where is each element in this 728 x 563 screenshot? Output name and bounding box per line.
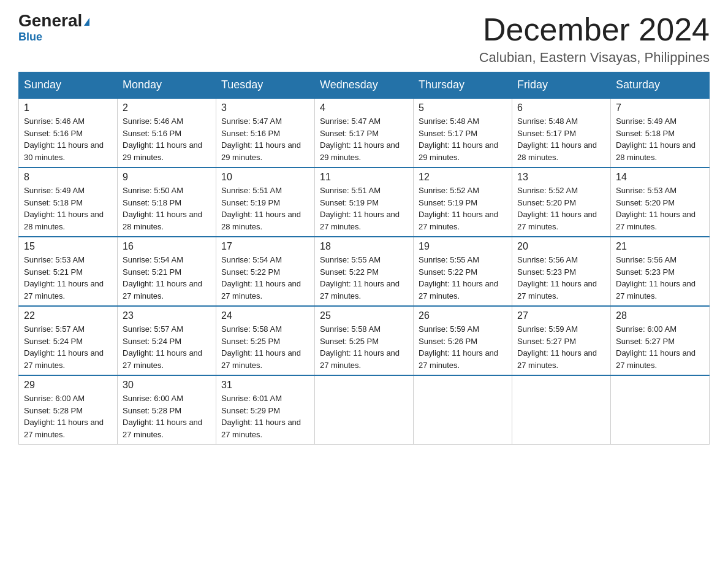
month-title: December 2024 [479,12,710,47]
day-number: 15 [24,241,112,252]
calendar-week-2: 8 Sunrise: 5:49 AM Sunset: 5:18 PM Dayli… [19,167,710,237]
day-number: 16 [123,241,211,252]
day-number: 7 [616,102,704,113]
day-info: Sunrise: 5:58 AM Sunset: 5:25 PM Dayligh… [221,323,309,371]
calendar-cell: 29 Sunrise: 6:00 AM Sunset: 5:28 PM Dayl… [19,375,118,445]
day-number: 30 [123,380,211,391]
day-info: Sunrise: 5:50 AM Sunset: 5:18 PM Dayligh… [123,185,211,232]
calendar-cell: 27 Sunrise: 5:59 AM Sunset: 5:27 PM Dayl… [512,306,611,375]
day-number: 2 [123,102,211,113]
day-info: Sunrise: 5:46 AM Sunset: 5:16 PM Dayligh… [123,115,211,163]
day-number: 3 [221,102,309,113]
day-info: Sunrise: 5:46 AM Sunset: 5:16 PM Dayligh… [24,115,112,163]
calendar-header-sunday: Sunday [19,72,118,99]
day-number: 5 [419,102,507,113]
day-number: 24 [221,310,309,321]
day-info: Sunrise: 5:52 AM Sunset: 5:19 PM Dayligh… [419,185,507,232]
day-info: Sunrise: 5:59 AM Sunset: 5:27 PM Dayligh… [517,323,605,371]
day-number: 19 [419,241,507,252]
day-info: Sunrise: 6:00 AM Sunset: 5:28 PM Dayligh… [24,393,112,440]
day-info: Sunrise: 5:59 AM Sunset: 5:26 PM Dayligh… [419,323,507,371]
calendar-cell: 6 Sunrise: 5:48 AM Sunset: 5:17 PM Dayli… [512,98,611,167]
day-number: 18 [320,241,408,252]
logo-general: General [18,11,82,30]
calendar-cell: 16 Sunrise: 5:54 AM Sunset: 5:21 PM Dayl… [118,237,216,306]
day-info: Sunrise: 5:55 AM Sunset: 5:22 PM Dayligh… [419,254,507,302]
calendar-week-4: 22 Sunrise: 5:57 AM Sunset: 5:24 PM Dayl… [19,306,710,375]
day-number: 22 [24,310,112,321]
calendar-cell: 30 Sunrise: 6:00 AM Sunset: 5:28 PM Dayl… [118,375,216,445]
day-info: Sunrise: 5:55 AM Sunset: 5:22 PM Dayligh… [320,254,408,302]
day-number: 10 [221,172,309,183]
calendar-cell: 19 Sunrise: 5:55 AM Sunset: 5:22 PM Dayl… [414,237,512,306]
calendar-cell: 4 Sunrise: 5:47 AM Sunset: 5:17 PM Dayli… [315,98,414,167]
title-area: December 2024 Calubian, Eastern Visayas,… [479,12,710,66]
calendar-cell: 2 Sunrise: 5:46 AM Sunset: 5:16 PM Dayli… [118,98,216,167]
calendar-header-thursday: Thursday [414,72,512,99]
day-info: Sunrise: 5:47 AM Sunset: 5:16 PM Dayligh… [221,115,309,163]
day-number: 25 [320,310,408,321]
day-info: Sunrise: 6:00 AM Sunset: 5:28 PM Dayligh… [123,393,211,440]
logo: General Blue [18,12,89,44]
day-info: Sunrise: 5:49 AM Sunset: 5:18 PM Dayligh… [24,185,112,232]
day-info: Sunrise: 5:53 AM Sunset: 5:21 PM Dayligh… [24,254,112,302]
logo-text: General [18,12,89,29]
calendar-cell: 8 Sunrise: 5:49 AM Sunset: 5:18 PM Dayli… [19,167,118,237]
calendar-cell [414,375,512,445]
page-header: General Blue December 2024 Calubian, Eas… [18,12,710,66]
calendar-cell: 9 Sunrise: 5:50 AM Sunset: 5:18 PM Dayli… [118,167,216,237]
day-number: 17 [221,241,309,252]
day-number: 8 [24,172,112,183]
calendar-cell: 31 Sunrise: 6:01 AM Sunset: 5:29 PM Dayl… [216,375,315,445]
day-info: Sunrise: 5:54 AM Sunset: 5:22 PM Dayligh… [221,254,309,302]
day-number: 14 [616,172,704,183]
day-number: 28 [616,310,704,321]
calendar-week-3: 15 Sunrise: 5:53 AM Sunset: 5:21 PM Dayl… [19,237,710,306]
day-number: 9 [123,172,211,183]
day-info: Sunrise: 5:57 AM Sunset: 5:24 PM Dayligh… [123,323,211,371]
calendar-cell: 3 Sunrise: 5:47 AM Sunset: 5:16 PM Dayli… [216,98,315,167]
calendar-cell: 28 Sunrise: 6:00 AM Sunset: 5:27 PM Dayl… [611,306,710,375]
day-info: Sunrise: 5:57 AM Sunset: 5:24 PM Dayligh… [24,323,112,371]
calendar-cell: 14 Sunrise: 5:53 AM Sunset: 5:20 PM Dayl… [611,167,710,237]
calendar-cell: 24 Sunrise: 5:58 AM Sunset: 5:25 PM Dayl… [216,306,315,375]
day-info: Sunrise: 6:01 AM Sunset: 5:29 PM Dayligh… [221,393,309,440]
calendar-week-5: 29 Sunrise: 6:00 AM Sunset: 5:28 PM Dayl… [19,375,710,445]
logo-blue: Blue [18,31,42,44]
day-info: Sunrise: 5:54 AM Sunset: 5:21 PM Dayligh… [123,254,211,302]
calendar-header-monday: Monday [118,72,216,99]
calendar-header-saturday: Saturday [611,72,710,99]
calendar-cell: 13 Sunrise: 5:52 AM Sunset: 5:20 PM Dayl… [512,167,611,237]
calendar-cell: 1 Sunrise: 5:46 AM Sunset: 5:16 PM Dayli… [19,98,118,167]
calendar-header-wednesday: Wednesday [315,72,414,99]
day-info: Sunrise: 5:56 AM Sunset: 5:23 PM Dayligh… [517,254,605,302]
calendar-cell [611,375,710,445]
calendar-table: SundayMondayTuesdayWednesdayThursdayFrid… [18,72,710,445]
day-number: 23 [123,310,211,321]
calendar-cell: 18 Sunrise: 5:55 AM Sunset: 5:22 PM Dayl… [315,237,414,306]
day-number: 12 [419,172,507,183]
calendar-cell [512,375,611,445]
day-number: 20 [517,241,605,252]
day-info: Sunrise: 5:48 AM Sunset: 5:17 PM Dayligh… [419,115,507,163]
calendar-cell [315,375,414,445]
calendar-cell: 26 Sunrise: 5:59 AM Sunset: 5:26 PM Dayl… [414,306,512,375]
day-number: 31 [221,380,309,391]
calendar-header-friday: Friday [512,72,611,99]
calendar-header-tuesday: Tuesday [216,72,315,99]
day-info: Sunrise: 5:48 AM Sunset: 5:17 PM Dayligh… [517,115,605,163]
day-number: 26 [419,310,507,321]
day-number: 4 [320,102,408,113]
day-info: Sunrise: 5:58 AM Sunset: 5:25 PM Dayligh… [320,323,408,371]
calendar-cell: 21 Sunrise: 5:56 AM Sunset: 5:23 PM Dayl… [611,237,710,306]
day-info: Sunrise: 5:52 AM Sunset: 5:20 PM Dayligh… [517,185,605,232]
calendar-cell: 17 Sunrise: 5:54 AM Sunset: 5:22 PM Dayl… [216,237,315,306]
day-number: 21 [616,241,704,252]
calendar-cell: 20 Sunrise: 5:56 AM Sunset: 5:23 PM Dayl… [512,237,611,306]
day-number: 27 [517,310,605,321]
calendar-cell: 12 Sunrise: 5:52 AM Sunset: 5:19 PM Dayl… [414,167,512,237]
day-number: 1 [24,102,112,113]
day-info: Sunrise: 6:00 AM Sunset: 5:27 PM Dayligh… [616,323,704,371]
day-info: Sunrise: 5:56 AM Sunset: 5:23 PM Dayligh… [616,254,704,302]
calendar-cell: 23 Sunrise: 5:57 AM Sunset: 5:24 PM Dayl… [118,306,216,375]
